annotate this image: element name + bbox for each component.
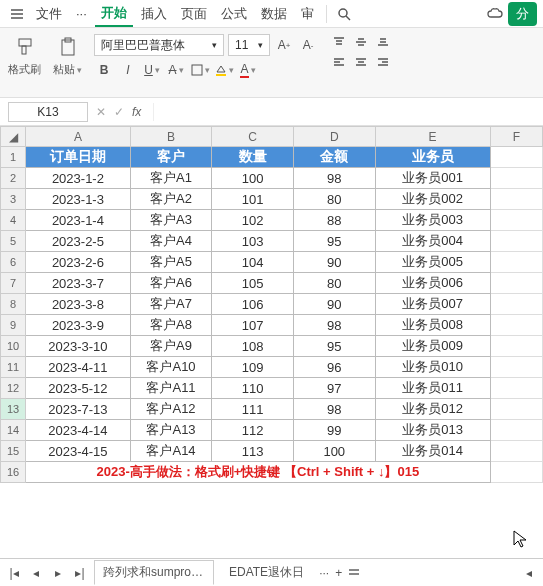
cell[interactable]: 90 xyxy=(293,294,375,315)
cell[interactable]: 业务员001 xyxy=(375,168,490,189)
sheet-list-icon[interactable] xyxy=(348,567,360,579)
cell[interactable] xyxy=(490,189,542,210)
border-button[interactable]: ▾ xyxy=(190,60,210,80)
cell[interactable] xyxy=(490,315,542,336)
cell[interactable]: 业务员003 xyxy=(375,210,490,231)
menu-data[interactable]: 数据 xyxy=(255,2,293,26)
align-center-icon[interactable] xyxy=(352,54,370,70)
strike-button[interactable]: A▾ xyxy=(166,60,186,80)
fx-label[interactable]: fx xyxy=(132,105,141,119)
cell[interactable]: 100 xyxy=(293,441,375,462)
align-bottom-icon[interactable] xyxy=(374,34,392,50)
menu-home[interactable]: 开始 xyxy=(95,1,133,27)
cell[interactable]: 2023-3-9 xyxy=(26,315,131,336)
cell[interactable]: 2023-5-12 xyxy=(26,378,131,399)
cell[interactable]: 业务员006 xyxy=(375,273,490,294)
cell[interactable]: 108 xyxy=(212,336,294,357)
font-size-select[interactable]: 11▾ xyxy=(228,34,270,56)
formula-input[interactable] xyxy=(153,103,535,121)
row-header[interactable]: 8 xyxy=(1,294,26,315)
cell[interactable]: 业务员007 xyxy=(375,294,490,315)
row-header[interactable]: 2 xyxy=(1,168,26,189)
format-painter-icon[interactable] xyxy=(12,34,38,60)
cell[interactable]: 99 xyxy=(293,420,375,441)
cell[interactable] xyxy=(490,441,542,462)
cell[interactable]: 111 xyxy=(212,399,294,420)
cell[interactable] xyxy=(490,420,542,441)
sheet-add-icon[interactable]: + xyxy=(335,566,342,580)
cancel-formula-icon[interactable]: ✕ xyxy=(96,105,106,119)
font-family-select[interactable]: 阿里巴巴普惠体▾ xyxy=(94,34,224,56)
cell[interactable] xyxy=(490,231,542,252)
row-header[interactable]: 13 xyxy=(1,399,26,420)
cell[interactable]: 2023-4-14 xyxy=(26,420,131,441)
sheet-nav-next-icon[interactable]: ▸ xyxy=(50,566,66,580)
menu-more[interactable]: ··· xyxy=(70,3,93,24)
cell[interactable]: 客户A13 xyxy=(130,420,212,441)
row-header[interactable]: 5 xyxy=(1,231,26,252)
cell[interactable]: 98 xyxy=(293,399,375,420)
select-all-corner[interactable]: ◢ xyxy=(1,127,26,147)
cell[interactable]: 2023-1-4 xyxy=(26,210,131,231)
row-header[interactable]: 11 xyxy=(1,357,26,378)
hamburger-icon[interactable] xyxy=(6,3,28,25)
cell[interactable]: 业务员004 xyxy=(375,231,490,252)
cell[interactable]: 客户A10 xyxy=(130,357,212,378)
bold-button[interactable]: B xyxy=(94,60,114,80)
cell[interactable]: 100 xyxy=(212,168,294,189)
cell[interactable]: 客户A3 xyxy=(130,210,212,231)
cell[interactable]: 订单日期 xyxy=(26,147,131,168)
row-header[interactable]: 10 xyxy=(1,336,26,357)
cell[interactable]: 97 xyxy=(293,378,375,399)
cell[interactable]: 客户A12 xyxy=(130,399,212,420)
row-header[interactable]: 7 xyxy=(1,273,26,294)
cell[interactable]: 2023-2-6 xyxy=(26,252,131,273)
underline-button[interactable]: U▾ xyxy=(142,60,162,80)
font-color-button[interactable]: A▾ xyxy=(238,60,258,80)
cell[interactable]: 业务员011 xyxy=(375,378,490,399)
cell[interactable]: 业务员009 xyxy=(375,336,490,357)
cell[interactable]: 103 xyxy=(212,231,294,252)
increase-font-icon[interactable]: A+ xyxy=(274,35,294,55)
cell[interactable] xyxy=(490,336,542,357)
cell[interactable]: 109 xyxy=(212,357,294,378)
cell[interactable]: 业务员005 xyxy=(375,252,490,273)
cell[interactable] xyxy=(490,399,542,420)
cell[interactable]: 客户A9 xyxy=(130,336,212,357)
row-header[interactable]: 3 xyxy=(1,189,26,210)
row-header[interactable]: 15 xyxy=(1,441,26,462)
cell[interactable]: 客户A11 xyxy=(130,378,212,399)
spreadsheet-grid[interactable]: ◢ A B C D E F 1 订单日期 客户 数量 金额 业务员 22023-… xyxy=(0,126,543,558)
fill-color-button[interactable]: ▾ xyxy=(214,60,234,80)
cell[interactable]: 101 xyxy=(212,189,294,210)
cell[interactable]: 95 xyxy=(293,336,375,357)
align-middle-icon[interactable] xyxy=(352,34,370,50)
cell[interactable]: 数量 xyxy=(212,147,294,168)
cell[interactable]: 90 xyxy=(293,252,375,273)
cell[interactable]: 2023-7-13 xyxy=(26,399,131,420)
row-header[interactable]: 12 xyxy=(1,378,26,399)
cell[interactable] xyxy=(490,147,542,168)
cell[interactable]: 105 xyxy=(212,273,294,294)
row-header[interactable]: 1 xyxy=(1,147,26,168)
cell[interactable]: 客户A1 xyxy=(130,168,212,189)
cell[interactable]: 106 xyxy=(212,294,294,315)
cell[interactable]: 客户A4 xyxy=(130,231,212,252)
cell[interactable]: 业务员010 xyxy=(375,357,490,378)
cell[interactable]: 客户A2 xyxy=(130,189,212,210)
sheet-tab[interactable]: EDATE退休日 xyxy=(220,560,313,585)
cell[interactable] xyxy=(490,210,542,231)
cell[interactable]: 88 xyxy=(293,210,375,231)
cell[interactable]: 80 xyxy=(293,189,375,210)
cell[interactable]: 2023-3-7 xyxy=(26,273,131,294)
row-header[interactable]: 14 xyxy=(1,420,26,441)
cell[interactable] xyxy=(490,168,542,189)
cell[interactable] xyxy=(490,378,542,399)
cell[interactable]: 客户A5 xyxy=(130,252,212,273)
menu-file[interactable]: 文件 xyxy=(30,2,68,26)
col-header[interactable]: D xyxy=(293,127,375,147)
col-header[interactable]: E xyxy=(375,127,490,147)
cloud-icon[interactable] xyxy=(484,3,506,25)
decrease-font-icon[interactable]: A- xyxy=(298,35,318,55)
cell[interactable]: 2023-3-8 xyxy=(26,294,131,315)
